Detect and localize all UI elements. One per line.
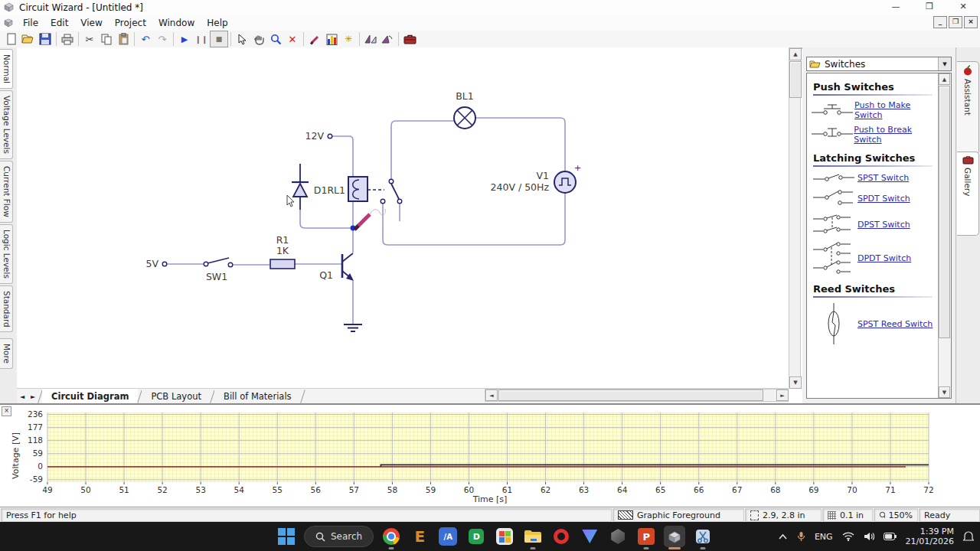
- ac-source-v1[interactable]: [554, 171, 576, 193]
- relay-coil-rl1[interactable]: [348, 177, 368, 201]
- wires[interactable]: [167, 118, 565, 324]
- stop-icon[interactable]: ■: [210, 31, 228, 47]
- gallery-scroll-down-icon[interactable]: ▼: [939, 386, 950, 398]
- status-grid[interactable]: 0.1 in: [822, 508, 873, 522]
- circuit-canvas[interactable]: 12V D1RL1 BL1 V1 240V / 50Hz + 5V SW1 R1…: [17, 47, 789, 388]
- taskbar-snipping-tool[interactable]: [692, 526, 714, 547]
- lamp-bl1[interactable]: [454, 107, 475, 129]
- view-tab-logic-levels[interactable]: Logic Levels: [0, 224, 13, 284]
- terminal-5v[interactable]: [162, 262, 167, 266]
- view-tab-current-flow[interactable]: Current Flow: [0, 161, 13, 223]
- new-button[interactable]: [3, 31, 20, 47]
- list-item[interactable]: DPDT Switch: [810, 240, 936, 276]
- taskbar-shield-app[interactable]: [607, 526, 629, 547]
- resistor-r1[interactable]: [270, 259, 295, 269]
- cut-icon[interactable]: ✂: [81, 31, 98, 47]
- view-tab-more[interactable]: More: [0, 338, 13, 369]
- hidden-icons-chevron[interactable]: [778, 533, 788, 540]
- spdt-switch-link[interactable]: SPDT Switch: [858, 194, 910, 204]
- menu-help[interactable]: Help: [201, 16, 234, 30]
- mdi-minimize-button[interactable]: _: [933, 16, 947, 28]
- pan-hand-icon[interactable]: [250, 31, 267, 47]
- tab-scroll-right-icon[interactable]: ►: [28, 389, 38, 404]
- mdi-close-button[interactable]: ×: [964, 16, 978, 28]
- scroll-right-icon[interactable]: ►: [776, 390, 789, 401]
- list-item[interactable]: SPST Reed Switch: [810, 302, 936, 345]
- category-dropdown[interactable]: Switches ▼: [806, 57, 952, 71]
- taskbar-a-app[interactable]: /A: [437, 526, 459, 547]
- hscroll-thumb[interactable]: [498, 390, 763, 401]
- paste-button[interactable]: [115, 31, 132, 47]
- status-zoom[interactable]: 150%: [874, 508, 918, 522]
- transistor-q1[interactable]: [342, 253, 354, 281]
- canvas-vscrollbar[interactable]: ▲ ▼: [789, 47, 801, 388]
- dpst-switch-link[interactable]: DPST Switch: [858, 220, 910, 230]
- diode-d1[interactable]: [292, 164, 309, 210]
- gallery-scroll-thumb[interactable]: [939, 86, 950, 338]
- print-button[interactable]: [59, 31, 76, 47]
- tab-pcb-layout[interactable]: PCB Layout: [142, 389, 211, 404]
- menu-edit[interactable]: Edit: [44, 16, 74, 30]
- taskbar-triangle-app[interactable]: [579, 526, 600, 547]
- status-layer[interactable]: Graphic Foreground: [612, 508, 744, 522]
- spst-switch-link[interactable]: SPST Switch: [858, 173, 909, 183]
- delete-icon[interactable]: ✕: [284, 31, 301, 47]
- open-button[interactable]: [20, 31, 37, 47]
- wifi-icon[interactable]: [842, 532, 854, 541]
- graphs-icon[interactable]: [323, 31, 340, 47]
- list-item[interactable]: Push to Break Switch: [810, 125, 936, 145]
- battery-icon[interactable]: [884, 533, 897, 540]
- rotate-icon[interactable]: [379, 31, 396, 47]
- view-tab-standard[interactable]: Standard: [0, 285, 13, 333]
- copy-button[interactable]: [98, 31, 115, 47]
- probe-icon[interactable]: [306, 31, 323, 47]
- vscroll-thumb[interactable]: [789, 61, 802, 98]
- tab-circuit-diagram[interactable]: Circuit Diagram: [42, 389, 138, 404]
- redo-icon[interactable]: ↷: [154, 31, 171, 47]
- notifications-bell-icon[interactable]: [963, 531, 974, 543]
- mdi-document-icon[interactable]: [3, 18, 14, 28]
- dropdown-arrow-icon[interactable]: ▼: [938, 57, 951, 70]
- taskbar-explorer[interactable]: [522, 526, 544, 547]
- tab-assistant[interactable]: Assistant: [957, 61, 979, 155]
- voltage-probe[interactable]: [354, 209, 385, 230]
- canvas-hscrollbar[interactable]: ◄ ►: [485, 389, 789, 402]
- ground-symbol[interactable]: [344, 324, 362, 331]
- taskbar-store[interactable]: [494, 526, 515, 547]
- menu-window[interactable]: Window: [152, 16, 201, 30]
- pause-icon[interactable]: ❙❙: [193, 31, 210, 47]
- dpdt-switch-link[interactable]: DPDT Switch: [858, 253, 911, 263]
- terminal-12v[interactable]: [328, 134, 332, 139]
- mdi-restore-button[interactable]: ❒: [949, 16, 962, 28]
- start-button[interactable]: [276, 526, 297, 547]
- toolbox-icon[interactable]: [401, 31, 418, 47]
- relay-contact[interactable]: [368, 179, 402, 204]
- zoom-icon[interactable]: [267, 31, 284, 47]
- spst-reed-switch-link[interactable]: SPST Reed Switch: [858, 319, 933, 329]
- gallery-scrollbar[interactable]: ▲ ▼: [938, 73, 951, 398]
- components[interactable]: [162, 107, 576, 331]
- switch-sw1[interactable]: [204, 258, 233, 267]
- save-button[interactable]: [37, 31, 54, 47]
- list-item[interactable]: SPDT Switch: [810, 188, 936, 208]
- scroll-down-icon[interactable]: ▼: [789, 377, 802, 389]
- tab-bill-of-materials[interactable]: Bill of Materials: [214, 389, 301, 404]
- close-graph-icon[interactable]: ×: [2, 406, 11, 416]
- list-item[interactable]: DPST Switch: [810, 213, 936, 236]
- view-tab-voltage-levels[interactable]: Voltage Levels: [0, 90, 13, 159]
- close-button[interactable]: ✕: [946, 0, 980, 15]
- tab-gallery[interactable]: Gallery: [957, 152, 979, 236]
- list-item[interactable]: Push to Make Switch: [810, 100, 936, 120]
- push-to-make-link[interactable]: Push to Make Switch: [854, 100, 936, 120]
- tab-scroll-left-icon[interactable]: ◄: [17, 389, 28, 404]
- gallery-scroll-up-icon[interactable]: ▲: [939, 73, 950, 85]
- taskbar-circuit-wizard[interactable]: [664, 526, 685, 547]
- analysis-icon[interactable]: ✳: [340, 31, 357, 47]
- view-tab-normal[interactable]: Normal: [0, 49, 13, 89]
- taskbar-chrome[interactable]: [381, 526, 402, 547]
- taskbar-d-app[interactable]: D: [466, 526, 487, 547]
- scroll-up-icon[interactable]: ▲: [789, 48, 802, 60]
- scroll-left-icon[interactable]: ◄: [485, 390, 498, 401]
- search-box[interactable]: Search: [304, 526, 374, 547]
- language-indicator[interactable]: ENG: [815, 532, 833, 542]
